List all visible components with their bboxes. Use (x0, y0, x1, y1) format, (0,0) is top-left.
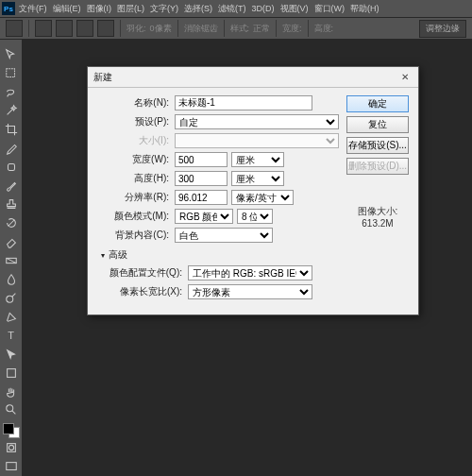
zoom-tool-icon[interactable] (2, 401, 21, 418)
svg-point-3 (6, 297, 12, 303)
menu-image[interactable]: 图像(I) (87, 3, 112, 15)
blur-tool-icon[interactable] (2, 271, 21, 288)
marquee-sub-icon[interactable] (76, 20, 93, 37)
height-input[interactable] (175, 171, 228, 186)
marquee-tool-icon[interactable] (2, 65, 21, 82)
menu-select[interactable]: 选择(S) (184, 3, 212, 15)
marquee-intersect-icon[interactable] (97, 20, 114, 37)
bgcontent-select[interactable]: 白色 (175, 228, 273, 243)
svg-point-7 (8, 446, 13, 450)
lasso-tool-icon[interactable] (2, 84, 21, 101)
tools-panel: T (0, 40, 23, 476)
preset-label: 预设(P): (97, 115, 175, 128)
color-profile-select[interactable]: 工作中的 RGB: sRGB IEC6196... (188, 265, 312, 280)
resolution-input[interactable] (175, 190, 228, 205)
opt-height-label: 高度: (314, 23, 334, 35)
resolution-unit-select[interactable]: 像素/英寸 (231, 190, 294, 205)
height-label: 高度(H): (97, 172, 175, 185)
type-tool-icon[interactable]: T (2, 327, 21, 344)
color-swatch[interactable] (3, 423, 20, 438)
move-tool-icon[interactable] (2, 46, 21, 63)
menu-file[interactable]: 文件(F) (19, 3, 47, 15)
aspect-label: 像素长宽比(X): (97, 285, 188, 298)
feather-label: 羽化: (126, 23, 146, 35)
svg-point-5 (6, 405, 12, 412)
refine-edge-button[interactable]: 调整边缘 (419, 20, 466, 38)
menu-edit[interactable]: 编辑(E) (53, 3, 81, 15)
hand-tool-icon[interactable] (2, 383, 21, 400)
ps-logo-icon: Ps (2, 2, 15, 15)
current-tool-icon[interactable] (6, 20, 23, 37)
pixel-aspect-select[interactable]: 方形像素 (188, 284, 312, 299)
size-label: 大小(I): (97, 134, 175, 147)
style-value[interactable]: 正常 (253, 23, 270, 35)
path-select-icon[interactable] (2, 346, 21, 363)
image-size-value: 613.2M (346, 218, 409, 229)
eraser-tool-icon[interactable] (2, 233, 21, 250)
resolution-label: 分辨率(R): (97, 191, 175, 204)
delete-preset-button: 删除预设(D)... (346, 158, 409, 175)
pen-tool-icon[interactable] (2, 308, 21, 325)
cancel-button[interactable]: 复位 (346, 116, 409, 133)
menu-layer[interactable]: 图层(L) (117, 3, 144, 15)
image-size-label: 图像大小: (346, 205, 409, 218)
marquee-rect-icon[interactable] (35, 20, 52, 37)
width-unit-select[interactable]: 厘米 (231, 152, 284, 167)
crop-tool-icon[interactable] (2, 121, 21, 138)
quickmask-icon[interactable] (2, 439, 21, 456)
options-bar: 羽化: 0像素 消除锯齿 样式: 正常 宽度: 高度: 调整边缘 (0, 17, 472, 40)
healing-tool-icon[interactable] (2, 159, 21, 176)
bit-depth-select[interactable]: 8 位 (237, 209, 273, 224)
preset-select[interactable]: 自定 (175, 114, 339, 129)
close-icon[interactable]: ✕ (397, 72, 413, 82)
shape-tool-icon[interactable] (2, 365, 21, 382)
bgcontent-label: 背景内容(C): (97, 229, 175, 242)
style-label: 样式: (230, 23, 250, 35)
svg-rect-0 (6, 68, 14, 76)
menu-3d[interactable]: 3D(D) (252, 4, 275, 13)
opt-width-label: 宽度: (282, 23, 302, 35)
svg-rect-8 (6, 463, 16, 470)
size-select (175, 133, 339, 148)
width-input[interactable] (175, 152, 228, 167)
new-document-dialog: 新建 ✕ 名称(N): 预设(P): 自定 大小(I): (87, 66, 419, 315)
eyedropper-tool-icon[interactable] (2, 140, 21, 157)
chevron-down-icon: ▾ (101, 251, 105, 260)
menu-window[interactable]: 窗口(W) (314, 3, 346, 15)
mode-label: 颜色模式(M): (97, 210, 175, 223)
brush-tool-icon[interactable] (2, 178, 21, 195)
profile-label: 颜色配置文件(Q): (97, 266, 188, 280)
wand-tool-icon[interactable] (2, 102, 21, 119)
name-input[interactable] (175, 95, 312, 110)
menu-view[interactable]: 视图(V) (280, 3, 309, 15)
name-label: 名称(N): (97, 96, 175, 110)
canvas-area: 新建 ✕ 名称(N): 预设(P): 自定 大小(I): (23, 40, 472, 476)
width-label: 宽度(W): (97, 153, 175, 166)
feather-value[interactable]: 0像素 (150, 23, 172, 35)
stamp-tool-icon[interactable] (2, 196, 21, 213)
menu-help[interactable]: 帮助(H) (350, 3, 379, 15)
ok-button[interactable]: 确定 (346, 95, 409, 112)
marquee-add-icon[interactable] (56, 20, 73, 37)
gradient-tool-icon[interactable] (2, 252, 21, 269)
save-preset-button[interactable]: 存储预设(S)... (346, 137, 409, 154)
menu-filter[interactable]: 滤镜(T) (218, 3, 246, 15)
menu-type[interactable]: 文字(Y) (150, 3, 178, 15)
dialog-title: 新建 (93, 71, 112, 84)
svg-rect-4 (7, 368, 15, 377)
color-mode-select[interactable]: RGB 颜色 (175, 209, 233, 224)
history-brush-icon[interactable] (2, 214, 21, 231)
advanced-toggle[interactable]: ▾ 高级 (101, 248, 339, 262)
antialias-label: 消除锯齿 (184, 23, 218, 35)
height-unit-select[interactable]: 厘米 (231, 171, 284, 186)
svg-rect-1 (8, 163, 14, 170)
screenmode-icon[interactable] (2, 458, 21, 475)
dodge-tool-icon[interactable] (2, 290, 21, 307)
